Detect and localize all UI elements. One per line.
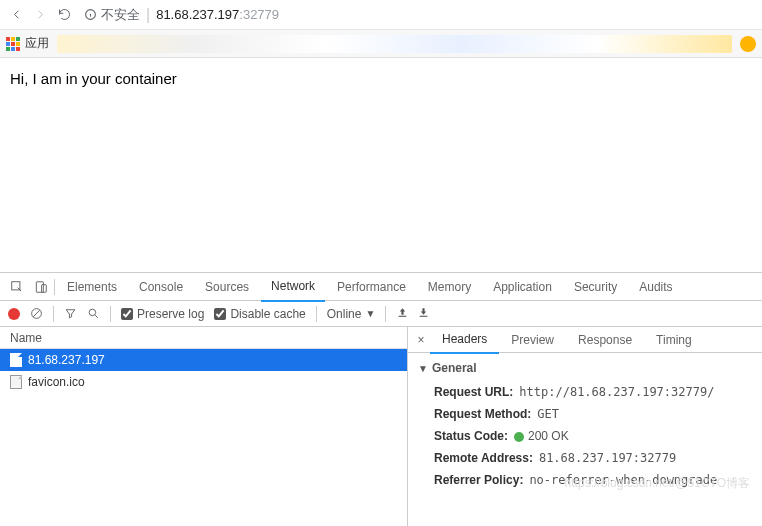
request-detail-panel: × Headers Preview Response Timing ▼ Gene… [408,327,762,526]
import-export-buttons [396,306,430,322]
bookmarks-bar: 应用 [0,30,762,58]
divider [53,306,54,322]
kv-referrer-policy: Referrer Policy: no-referrer-when-downgr… [418,469,752,491]
svg-rect-4 [36,281,43,292]
throttle-label: Online [327,307,362,321]
apps-button[interactable]: 应用 [6,35,49,52]
browser-address-bar: 不安全 | 81.68.237.197:32779 [0,0,762,30]
divider [385,306,386,322]
reload-icon [57,7,72,22]
device-toggle-button[interactable] [30,280,52,294]
general-heading: General [432,361,477,375]
request-url-value: http://81.68.237.197:32779/ [519,385,714,399]
preserve-log-checkbox[interactable]: Preserve log [121,307,204,321]
tab-audits[interactable]: Audits [629,273,682,301]
disable-cache-label: Disable cache [230,307,305,321]
kv-request-url: Request URL: http://81.68.237.197:32779/ [418,381,752,403]
clear-icon [30,307,43,320]
devtools-panel: Elements Console Sources Network Perform… [0,272,762,526]
triangle-down-icon: ▼ [418,363,428,374]
page-content: Hi, I am in your container [0,58,762,272]
upload-button[interactable] [396,306,409,322]
clear-button[interactable] [30,307,43,320]
search-button[interactable] [87,307,100,320]
disable-cache-input[interactable] [214,308,226,320]
tab-timing[interactable]: Timing [644,327,704,353]
tab-headers[interactable]: Headers [430,326,499,354]
record-button[interactable] [8,308,20,320]
info-icon [84,8,97,21]
inspect-icon [10,280,24,294]
apps-icon [6,37,20,51]
tab-console[interactable]: Console [129,273,193,301]
svg-rect-10 [399,315,407,316]
search-icon [87,307,100,320]
svg-point-8 [89,309,96,316]
devtools-body: Name 81.68.237.197 favicon.ico × Headers… [0,327,762,526]
tab-application[interactable]: Application [483,273,562,301]
kv-remote-address: Remote Address: 81.68.237.197:32779 [418,447,752,469]
svg-rect-11 [420,315,428,316]
svg-line-7 [33,310,40,317]
download-button[interactable] [417,306,430,322]
status-code-value: 200 OK [514,429,569,443]
preserve-log-input[interactable] [121,308,133,320]
tab-security[interactable]: Security [564,273,627,301]
request-list-panel: Name 81.68.237.197 favicon.ico [0,327,408,526]
arrow-right-icon [33,7,48,22]
divider [316,306,317,322]
svg-line-9 [95,315,98,318]
status-code-key: Status Code: [434,429,508,443]
network-toolbar: Preserve log Disable cache Online ▼ [0,301,762,327]
back-button[interactable] [4,7,28,22]
referrer-policy-value: no-referrer-when-downgrade [529,473,717,487]
detail-tabs: × Headers Preview Response Timing [408,327,762,353]
referrer-policy-key: Referrer Policy: [434,473,523,487]
reload-button[interactable] [52,7,76,22]
request-list-header: Name [0,327,407,349]
filter-button[interactable] [64,307,77,320]
request-name: favicon.ico [28,375,85,389]
request-row[interactable]: favicon.ico [0,371,407,393]
status-dot-icon [514,432,524,442]
general-section-header[interactable]: ▼ General [418,361,752,375]
tab-elements[interactable]: Elements [57,273,127,301]
url-box[interactable]: 不安全 | 81.68.237.197:32779 [76,4,758,26]
col-name: Name [10,331,42,345]
bookmarks-blurred [57,35,732,53]
tab-memory[interactable]: Memory [418,273,481,301]
disable-cache-checkbox[interactable]: Disable cache [214,307,305,321]
kv-request-method: Request Method: GET [418,403,752,425]
url-text: 81.68.237.197:32779 [156,7,279,22]
extension-icon[interactable] [740,36,756,52]
tab-preview[interactable]: Preview [499,327,566,353]
divider: | [146,6,150,24]
tab-network[interactable]: Network [261,272,325,302]
device-icon [34,280,48,294]
remote-address-value: 81.68.237.197:32779 [539,451,676,465]
throttle-select[interactable]: Online ▼ [327,307,376,321]
devtools-tabs: Elements Console Sources Network Perform… [0,273,762,301]
remote-address-key: Remote Address: [434,451,533,465]
forward-button[interactable] [28,7,52,22]
tab-performance[interactable]: Performance [327,273,416,301]
request-method-key: Request Method: [434,407,531,421]
url-host: 81.68.237.197 [156,7,239,22]
tab-response[interactable]: Response [566,327,644,353]
divider [54,279,55,295]
request-method-value: GET [537,407,559,421]
request-row[interactable]: 81.68.237.197 [0,349,407,371]
request-name: 81.68.237.197 [28,353,105,367]
close-detail-button[interactable]: × [412,333,430,347]
divider [110,306,111,322]
request-url-key: Request URL: [434,385,513,399]
page-body-text: Hi, I am in your container [10,70,177,87]
security-label: 不安全 [101,6,140,24]
preserve-log-label: Preserve log [137,307,204,321]
url-port: :32779 [239,7,279,22]
inspect-button[interactable] [6,280,28,294]
document-icon [10,353,22,367]
tab-sources[interactable]: Sources [195,273,259,301]
chevron-down-icon: ▼ [365,308,375,319]
svg-rect-5 [42,284,47,292]
